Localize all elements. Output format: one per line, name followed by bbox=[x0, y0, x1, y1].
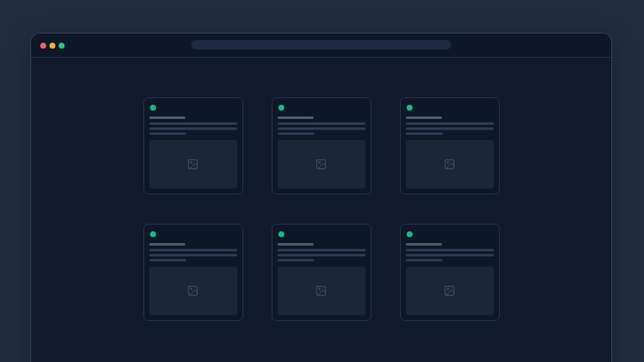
placeholder-card-1[interactable] bbox=[143, 97, 243, 194]
text-skeleton-line bbox=[278, 254, 366, 256]
image-icon bbox=[444, 158, 455, 170]
title-skeleton bbox=[406, 116, 442, 119]
text-skeleton-line bbox=[406, 132, 443, 135]
text-skeleton-line bbox=[149, 249, 237, 251]
image-icon bbox=[444, 285, 455, 297]
text-skeleton-line bbox=[406, 127, 494, 130]
placeholder-card-6[interactable] bbox=[400, 224, 500, 321]
close-button[interactable] bbox=[40, 43, 46, 49]
text-skeleton-line bbox=[278, 122, 366, 125]
browser-window bbox=[30, 33, 612, 362]
status-dot bbox=[150, 105, 156, 111]
text-skeleton-line bbox=[149, 122, 237, 125]
title-skeleton bbox=[149, 243, 185, 246]
card-grid bbox=[31, 97, 611, 321]
image-placeholder bbox=[278, 266, 366, 315]
placeholder-card-3[interactable] bbox=[400, 97, 500, 194]
text-skeleton-line bbox=[278, 249, 366, 251]
window-content bbox=[31, 58, 611, 321]
image-placeholder bbox=[406, 140, 494, 189]
placeholder-card-4[interactable] bbox=[143, 224, 243, 321]
text-skeleton-line bbox=[149, 259, 186, 261]
image-icon bbox=[187, 158, 199, 170]
status-dot bbox=[150, 231, 156, 237]
title-skeleton bbox=[149, 116, 185, 119]
image-placeholder bbox=[406, 266, 494, 315]
placeholder-card-2[interactable] bbox=[272, 97, 371, 194]
status-dot bbox=[278, 105, 284, 111]
window-controls bbox=[40, 43, 65, 49]
window-titlebar[interactable] bbox=[31, 34, 611, 58]
address-bar[interactable] bbox=[191, 40, 451, 49]
text-skeleton-line bbox=[406, 122, 494, 125]
text-skeleton-line bbox=[149, 254, 237, 256]
image-icon bbox=[315, 285, 327, 297]
image-icon bbox=[187, 285, 199, 297]
maximize-button[interactable] bbox=[59, 43, 65, 49]
title-skeleton bbox=[406, 243, 442, 246]
status-dot bbox=[407, 231, 413, 237]
text-skeleton-line bbox=[278, 259, 314, 261]
text-skeleton-line bbox=[149, 132, 186, 135]
text-skeleton-line bbox=[278, 132, 314, 135]
status-dot bbox=[278, 231, 284, 237]
title-skeleton bbox=[278, 116, 314, 119]
text-skeleton-line bbox=[406, 259, 443, 261]
text-skeleton-line bbox=[406, 254, 494, 256]
text-skeleton-line bbox=[406, 249, 494, 251]
minimize-button[interactable] bbox=[49, 43, 55, 49]
image-placeholder bbox=[278, 140, 366, 189]
placeholder-card-5[interactable] bbox=[272, 224, 371, 321]
image-placeholder bbox=[149, 266, 237, 315]
image-placeholder bbox=[149, 140, 237, 189]
text-skeleton-line bbox=[278, 127, 366, 130]
desktop-background bbox=[0, 0, 644, 362]
text-skeleton-line bbox=[149, 127, 237, 130]
title-skeleton bbox=[278, 243, 314, 246]
image-icon bbox=[315, 158, 327, 170]
status-dot bbox=[407, 105, 413, 111]
